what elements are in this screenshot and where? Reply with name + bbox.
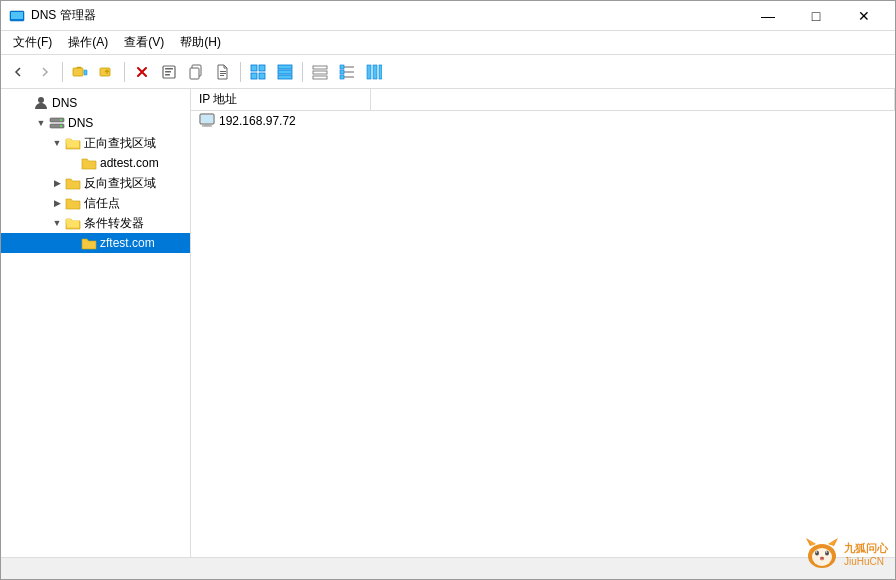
tree-label-forward-zones: 正向查找区域 <box>84 135 156 152</box>
svg-rect-8 <box>165 68 173 70</box>
content-row-0[interactable]: 192.168.97.72 <box>191 111 895 131</box>
zone-icon <box>81 155 97 171</box>
tree-node-zftest[interactable]: zftest.com <box>1 233 190 253</box>
svg-rect-16 <box>251 65 257 71</box>
svg-rect-5 <box>84 70 87 75</box>
svg-rect-1 <box>11 12 23 19</box>
svg-point-35 <box>38 97 44 103</box>
svg-rect-23 <box>313 66 327 69</box>
view5-button[interactable] <box>361 59 387 85</box>
tree-label-zftest: zftest.com <box>100 236 155 250</box>
tree-node-forward-zones[interactable]: ▼ 正向查找区域 <box>1 133 190 153</box>
up-button[interactable] <box>94 59 120 85</box>
separator-3 <box>240 62 241 82</box>
svg-point-53 <box>826 551 828 553</box>
app-icon <box>9 8 25 24</box>
svg-rect-24 <box>313 71 327 74</box>
tree-label-dns-root: DNS <box>52 96 77 110</box>
tree-label-adtest: adtest.com <box>100 156 159 170</box>
menu-view[interactable]: 查看(V) <box>116 32 172 54</box>
svg-rect-41 <box>201 115 213 123</box>
main-window: DNS 管理器 — □ ✕ 文件(F) 操作(A) 查看(V) 帮助(H) <box>0 0 896 580</box>
fox-logo <box>804 536 840 572</box>
svg-rect-32 <box>367 65 371 79</box>
minimize-button[interactable]: — <box>745 1 791 31</box>
view3-button[interactable] <box>307 59 333 85</box>
paste-button[interactable] <box>210 59 236 85</box>
svg-rect-27 <box>340 65 344 69</box>
svg-rect-9 <box>165 71 171 73</box>
svg-point-51 <box>825 551 829 556</box>
tree-node-trust-points[interactable]: ▶ 信任点 <box>1 193 190 213</box>
menu-help[interactable]: 帮助(H) <box>172 32 229 54</box>
svg-rect-43 <box>202 126 212 127</box>
toggle-trust[interactable]: ▶ <box>49 195 65 211</box>
watermark-line2: JiuHuCN <box>844 556 888 567</box>
watermark: 九狐问心 JiuHuCN <box>804 536 888 572</box>
toggle-conditional[interactable]: ▼ <box>49 215 65 231</box>
menubar: 文件(F) 操作(A) 查看(V) 帮助(H) <box>1 31 895 55</box>
tree-label-dns-server: DNS <box>68 116 93 130</box>
ip-address: 192.168.97.72 <box>219 114 296 128</box>
svg-rect-10 <box>165 74 170 76</box>
view1-button[interactable] <box>245 59 271 85</box>
tree-label-conditional-forwarders: 条件转发器 <box>84 215 144 232</box>
menu-file[interactable]: 文件(F) <box>5 32 60 54</box>
titlebar: DNS 管理器 — □ ✕ <box>1 1 895 31</box>
close-button[interactable]: ✕ <box>841 1 887 31</box>
separator-1 <box>62 62 63 82</box>
main-content: DNS ▼ DNS <box>1 89 895 557</box>
svg-rect-22 <box>278 75 292 79</box>
tree-label-reverse-zones: 反向查找区域 <box>84 175 156 192</box>
toggle-reverse[interactable]: ▶ <box>49 175 65 191</box>
zftest-zone-icon <box>81 235 97 251</box>
separator-4 <box>302 62 303 82</box>
tree-node-dns-root[interactable]: DNS <box>1 93 190 113</box>
toggle-icon <box>17 95 33 111</box>
copy-button[interactable] <box>183 59 209 85</box>
tree-node-conditional-forwarders[interactable]: ▼ 条件转发器 <box>1 213 190 233</box>
svg-rect-34 <box>379 65 382 79</box>
svg-point-50 <box>815 551 819 556</box>
connect-button[interactable] <box>67 59 93 85</box>
person-icon <box>33 95 49 111</box>
menu-action[interactable]: 操作(A) <box>60 32 116 54</box>
delete-button[interactable] <box>129 59 155 85</box>
separator-2 <box>124 62 125 82</box>
svg-rect-42 <box>204 124 210 126</box>
tree-node-adtest[interactable]: adtest.com <box>1 153 190 173</box>
monitor-icon <box>199 113 215 129</box>
svg-rect-25 <box>313 76 327 79</box>
svg-rect-20 <box>278 65 292 69</box>
toggle-dns-server[interactable]: ▼ <box>33 115 49 131</box>
tree-node-dns-server[interactable]: ▼ DNS <box>1 113 190 133</box>
watermark-line1: 九狐问心 <box>844 541 888 556</box>
svg-rect-29 <box>340 70 344 74</box>
svg-rect-3 <box>12 20 22 21</box>
svg-rect-19 <box>259 73 265 79</box>
svg-rect-13 <box>220 71 226 72</box>
properties-button[interactable] <box>156 59 182 85</box>
col-header-ip[interactable]: IP 地址 <box>191 89 371 110</box>
folder-open-icon <box>65 135 81 151</box>
forward-button[interactable] <box>32 59 58 85</box>
trust-folder-icon <box>65 195 81 211</box>
toolbar <box>1 55 895 89</box>
toggle-forward[interactable]: ▼ <box>49 135 65 151</box>
maximize-button[interactable]: □ <box>793 1 839 31</box>
toggle-adtest <box>65 155 81 171</box>
view2-button[interactable] <box>272 59 298 85</box>
view4-button[interactable] <box>334 59 360 85</box>
folder-closed-icon <box>65 175 81 191</box>
window-title: DNS 管理器 <box>31 7 745 24</box>
svg-point-54 <box>820 557 824 559</box>
svg-rect-18 <box>251 73 257 79</box>
svg-rect-15 <box>220 75 224 76</box>
tree-label-trust-points: 信任点 <box>84 195 120 212</box>
content-header: IP 地址 <box>191 89 895 111</box>
back-button[interactable] <box>5 59 31 85</box>
svg-rect-12 <box>190 68 199 79</box>
svg-point-37 <box>60 119 62 121</box>
tree-node-reverse-zones[interactable]: ▶ 反向查找区域 <box>1 173 190 193</box>
tree-panel[interactable]: DNS ▼ DNS <box>1 89 191 557</box>
